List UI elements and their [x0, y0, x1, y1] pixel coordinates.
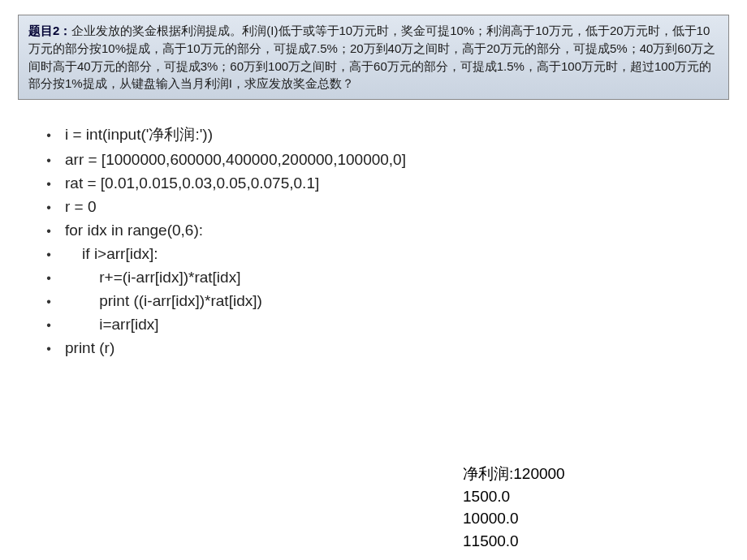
code-text: i=arr[idx] — [65, 316, 159, 334]
bullet-icon: • — [32, 248, 65, 262]
output-line: 1500.0 — [463, 485, 565, 508]
code-line: • print ((i-arr[idx])*rat[idx]) — [32, 292, 747, 310]
bullet-icon: • — [32, 177, 65, 192]
code-line: • i = int(input('净利润:')) — [32, 124, 747, 145]
code-line: • print (r) — [32, 339, 747, 357]
code-text: print (r) — [65, 339, 114, 357]
bullet-icon: • — [32, 318, 65, 333]
code-text: arr = [1000000,600000,400000,200000,1000… — [65, 151, 406, 169]
bullet-icon: • — [32, 224, 65, 239]
code-text: if i>arr[idx]: — [65, 245, 158, 263]
bullet-icon: • — [32, 271, 65, 286]
bullet-icon: • — [32, 153, 65, 168]
code-line: • for idx in range(0,6): — [32, 222, 747, 239]
problem-title-label: 题目2： — [28, 24, 71, 37]
output-line: 净利润:120000 — [463, 463, 565, 485]
code-listing: • i = int(input('净利润:')) • arr = [100000… — [32, 124, 747, 357]
code-text: for idx in range(0,6): — [65, 222, 203, 239]
bullet-icon: • — [32, 200, 65, 215]
code-text: rat = [0.01,0.015,0.03,0.05,0.075,0.1] — [65, 174, 319, 192]
code-line: • r = 0 — [32, 198, 747, 216]
code-line: • arr = [1000000,600000,400000,200000,10… — [32, 151, 747, 169]
code-line: • rat = [0.01,0.015,0.03,0.05,0.075,0.1] — [32, 174, 747, 192]
bullet-icon: • — [32, 295, 65, 309]
code-line: • i=arr[idx] — [32, 316, 747, 334]
problem-statement-box: 题目2：企业发放的奖金根据利润提成。利润(I)低于或等于10万元时，奖金可提10… — [18, 15, 729, 100]
output-line: 10000.0 — [463, 507, 565, 530]
program-output: 净利润:120000 1500.0 10000.0 11500.0 — [463, 463, 565, 552]
problem-description: 企业发放的奖金根据利润提成。利润(I)低于或等于10万元时，奖金可提10%；利润… — [28, 24, 715, 90]
code-line: • r+=(i-arr[idx])*rat[idx] — [32, 269, 747, 286]
code-text: r+=(i-arr[idx])*rat[idx] — [65, 269, 240, 286]
code-text: i = int(input('净利润:')) — [65, 124, 213, 145]
bullet-icon: • — [32, 128, 65, 143]
code-line: • if i>arr[idx]: — [32, 245, 747, 263]
code-text: print ((i-arr[idx])*rat[idx]) — [65, 292, 262, 310]
bullet-icon: • — [32, 342, 65, 356]
code-text: r = 0 — [65, 198, 97, 216]
output-line: 11500.0 — [463, 530, 565, 553]
